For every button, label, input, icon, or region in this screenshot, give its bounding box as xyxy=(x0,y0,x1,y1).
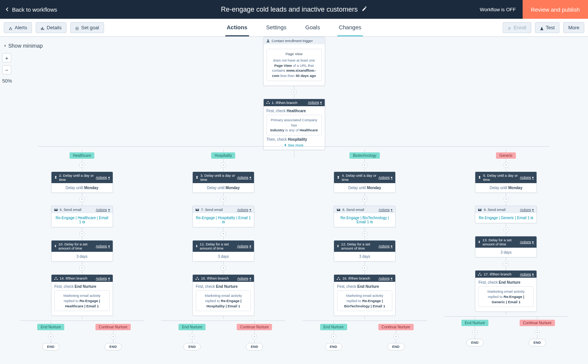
add-action-button[interactable]: + xyxy=(393,334,399,339)
add-action-button[interactable]: + xyxy=(189,334,195,339)
zoom-in-button[interactable]: + xyxy=(2,53,11,62)
card-actions-menu[interactable]: Actions ▾ xyxy=(520,208,534,212)
back-label: Back to workflows xyxy=(12,6,57,13)
delay-day-time-card[interactable]: 5. Delay until a day or time Actions ▾ D… xyxy=(475,171,537,193)
envelope-icon xyxy=(337,208,340,212)
add-action-button[interactable]: + xyxy=(79,231,85,236)
branch-icon xyxy=(54,277,58,280)
root-branch-card[interactable]: 1. If/then branch Actions ▾ First, check… xyxy=(263,99,325,150)
add-action-button[interactable]: + xyxy=(472,330,478,335)
continue-nurture-chip: Continue Nurture xyxy=(378,324,414,330)
add-action-button[interactable]: + xyxy=(110,334,116,339)
add-action-button[interactable]: + xyxy=(362,197,367,202)
delay-day-time-card[interactable]: 2. Delay until a day or time Actions ▾ D… xyxy=(51,171,113,193)
card-actions-menu[interactable]: Actions ▾ xyxy=(308,101,322,104)
email-link[interactable]: Re-Engage | Healthcare | Email 1 ⧉ xyxy=(56,216,108,224)
alerts-button[interactable]: Alerts xyxy=(4,22,32,33)
add-action-button[interactable]: + xyxy=(221,162,226,168)
email-link[interactable]: Re-Engage | BioTechnology | Email 1 ⧉ xyxy=(340,216,389,224)
card-actions-menu[interactable]: Actions ▾ xyxy=(520,176,534,179)
enroll-icon xyxy=(508,26,511,30)
add-action-button[interactable]: + xyxy=(221,197,226,202)
add-action-button[interactable]: + xyxy=(221,265,226,271)
end-node: END xyxy=(183,343,201,350)
review-publish-button[interactable]: Review and publish xyxy=(523,0,588,19)
card-actions-menu[interactable]: Actions ▾ xyxy=(379,277,393,280)
card-actions-menu[interactable]: Actions ▾ xyxy=(379,244,393,248)
branch-chip: Hospitality xyxy=(211,152,235,159)
branch-chip: Generic xyxy=(496,152,516,159)
card-actions-menu[interactable]: Actions ▾ xyxy=(237,277,251,280)
back-to-workflows-button[interactable]: Back to workflows xyxy=(5,6,57,13)
email-link[interactable]: Re-Engage | Generic | Email 1 ⧉ xyxy=(479,216,533,220)
add-action-button[interactable]: + xyxy=(79,197,85,202)
tab-settings[interactable]: Settings xyxy=(265,19,288,36)
show-minimap-toggle[interactable]: Show minimap xyxy=(4,43,43,49)
delay-amount-card[interactable]: 10. Delay for a set amount of time Actio… xyxy=(51,240,113,262)
end-nurture-chip: End Nurture xyxy=(37,324,64,330)
hourglass-icon xyxy=(337,176,340,179)
end-node: END xyxy=(42,343,59,350)
add-action-button[interactable]: + xyxy=(362,231,367,236)
ifthen-branch-card[interactable]: 16. If/then branch Actions ▾ First, chec… xyxy=(334,274,396,316)
workflow-status: Workflow is OFF xyxy=(480,7,516,12)
card-actions-menu[interactable]: Actions ▾ xyxy=(237,244,251,248)
add-action-button[interactable]: + xyxy=(503,197,509,202)
add-action-button[interactable]: + xyxy=(503,227,509,232)
add-action-button[interactable]: + xyxy=(362,265,367,271)
more-button[interactable]: More xyxy=(563,22,584,33)
delay-day-time-card[interactable]: 4. Delay until a day or time Actions ▾ D… xyxy=(334,171,396,193)
test-button[interactable]: Test xyxy=(535,22,560,33)
send-email-card[interactable]: 7. Send email Actions ▾ Re-Engage | Hosp… xyxy=(192,206,254,227)
tab-goals[interactable]: Goals xyxy=(304,19,321,36)
tab-changes[interactable]: Changes xyxy=(337,19,363,36)
email-link[interactable]: Re-Engage | Hospitality | Email 1 ⧉ xyxy=(196,216,251,224)
enroll-button[interactable]: Enroll xyxy=(503,22,531,33)
card-actions-menu[interactable]: Actions ▾ xyxy=(96,277,110,280)
card-actions-menu[interactable]: Actions ▾ xyxy=(520,240,534,244)
card-actions-menu[interactable]: Actions ▾ xyxy=(237,176,251,179)
add-action-button[interactable]: + xyxy=(221,231,226,236)
card-actions-menu[interactable]: Actions ▾ xyxy=(379,176,393,179)
end-nurture-chip: End Nurture xyxy=(320,324,347,330)
continue-nurture-chip: Continue Nurture xyxy=(237,324,272,330)
branch-icon xyxy=(195,277,199,280)
add-action-button[interactable]: + xyxy=(503,162,509,168)
ifthen-branch-card[interactable]: 17. If/then branch Actions ▾ First, chec… xyxy=(475,270,537,312)
add-action-button[interactable]: + xyxy=(252,334,257,339)
add-action-button[interactable]: + xyxy=(79,162,85,168)
tab-actions[interactable]: Actions xyxy=(225,19,249,36)
add-action-button[interactable]: + xyxy=(292,90,297,95)
set-goal-button[interactable]: Set goal xyxy=(70,22,104,33)
add-action-button[interactable]: + xyxy=(362,162,367,168)
card-actions-menu[interactable]: Actions ▾ xyxy=(379,208,393,212)
delay-amount-card[interactable]: 12. Delay for a set amount of time Actio… xyxy=(334,240,396,262)
send-email-card[interactable]: 6. Send email Actions ▾ Re-Engage | Heal… xyxy=(51,206,113,227)
add-action-button[interactable]: + xyxy=(48,334,53,339)
card-actions-menu[interactable]: Actions ▾ xyxy=(96,208,110,212)
zoom-controls: + − 50% xyxy=(2,53,12,84)
ifthen-branch-card[interactable]: 14. If/then branch Actions ▾ First, chec… xyxy=(51,274,113,316)
enrollment-trigger-card[interactable]: Contact enrollment trigger Page View doe… xyxy=(263,37,325,86)
add-action-button[interactable]: + xyxy=(503,261,509,266)
send-email-card[interactable]: 9. Send email Actions ▾ Re-Engage | Gene… xyxy=(475,206,537,223)
trigger-rule-box: Page View does not have at least one Pag… xyxy=(266,49,322,81)
card-actions-menu[interactable]: Actions ▾ xyxy=(96,244,110,248)
card-actions-menu[interactable]: Actions ▾ xyxy=(520,272,534,276)
card-actions-menu[interactable]: Actions ▾ xyxy=(237,208,251,212)
workflow-canvas[interactable]: Show minimap + − 50% Contact enrollment … xyxy=(0,37,588,363)
send-email-card[interactable]: 8. Send email Actions ▾ Re-Engage | BioT… xyxy=(334,206,396,227)
card-actions-menu[interactable]: Actions ▾ xyxy=(96,176,110,179)
delay-day-time-card[interactable]: 3. Delay until a day or time Actions ▾ D… xyxy=(192,171,254,193)
warning-icon xyxy=(9,26,12,30)
details-button[interactable]: Details xyxy=(36,22,67,33)
add-action-button[interactable]: + xyxy=(79,265,85,271)
delay-amount-card[interactable]: 11. Delay for a set amount of time Actio… xyxy=(192,240,254,262)
zoom-out-button[interactable]: − xyxy=(2,65,11,74)
delay-amount-card[interactable]: 13. Delay for a set amount of time Actio… xyxy=(475,236,537,257)
edit-title-button[interactable] xyxy=(361,6,367,14)
add-action-button[interactable]: + xyxy=(535,330,540,335)
ifthen-branch-card[interactable]: 15. If/then branch Actions ▾ First, chec… xyxy=(192,274,254,316)
add-action-button[interactable]: + xyxy=(331,334,336,339)
branch-rule-box: Marketing email activity replied to Re-E… xyxy=(478,286,534,307)
